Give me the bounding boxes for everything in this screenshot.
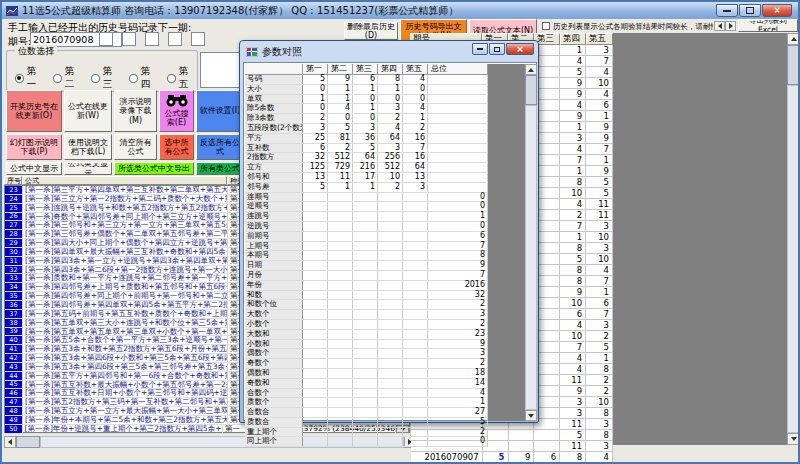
dialog-cell [378, 320, 403, 329]
history-cell: 3 [560, 133, 586, 143]
radio-circle [91, 74, 100, 83]
dialog-total-cell: 3 [428, 310, 488, 319]
hscroll-thumb[interactable] [16, 436, 40, 448]
history-checkbox[interactable] [542, 22, 550, 30]
scroll-right-button[interactable] [725, 21, 736, 31]
history-cell: 8 [560, 452, 586, 462]
action-button-row2-4[interactable]: 选中所有公式 [159, 134, 194, 160]
action-button-label: 开奖历史号在线更新(O) [8, 102, 60, 120]
digit-box-1[interactable] [99, 32, 113, 46]
digit-radio-2[interactable]: 第二 [53, 65, 83, 91]
history-cell: 4 [560, 320, 586, 330]
dialog-cell [378, 202, 403, 211]
dialog-cell [403, 251, 428, 260]
action-button-row1-2[interactable]: 公式在线更新(W) [64, 90, 112, 132]
vscroll-thumb[interactable] [787, 45, 800, 85]
dialog-cell [353, 330, 378, 339]
app-icon [6, 6, 18, 16]
dialog-cell [353, 212, 378, 221]
digit-box-2[interactable] [122, 32, 136, 46]
action-button-row2-1[interactable]: 幻灯图示说明下载(P) [6, 134, 62, 160]
dialog-vscroll-thumb[interactable] [525, 75, 537, 105]
dialog-vscroll-track[interactable] [525, 105, 537, 410]
digit-box-4[interactable] [168, 32, 182, 46]
action-button-row3-4[interactable]: 所有类公式 [196, 162, 244, 175]
formula-sn: 24 [5, 195, 23, 203]
export-excel-button[interactable]: 导出列表到Excel [738, 19, 798, 32]
formula-sn: 46 [5, 389, 23, 397]
history-cell: 10 [586, 78, 613, 88]
header-sn[interactable]: 序号 [4, 176, 22, 185]
history-cell [509, 430, 535, 440]
history-cell: 8 [560, 177, 586, 187]
dialog-minimize-button[interactable] [472, 43, 488, 55]
dialog-cell [378, 330, 403, 339]
dialog-cell: 216 [353, 163, 378, 172]
vscroll-up-button[interactable] [787, 33, 800, 45]
action-button-row2-2[interactable]: 使用说明文档下载(L) [64, 134, 112, 160]
action-button-row3-3[interactable]: 所选类公式中文导出 [114, 162, 194, 175]
close-button[interactable]: × [762, 4, 792, 17]
history-cell: 3 [586, 243, 613, 253]
header-formula[interactable]: 公式 [22, 176, 227, 185]
action-button-row1-3[interactable]: 演示说明录像下载(M) [114, 90, 157, 132]
action-button-label: 使用说明文档下载(L) [66, 138, 110, 156]
radio-circle [53, 74, 62, 83]
dialog-total-cell: 0 [428, 202, 488, 211]
dialog-total-cell [428, 75, 488, 84]
history-header-6[interactable]: 第五 [586, 33, 613, 45]
history-cell: 10 [586, 232, 613, 242]
history-row-current[interactable]: 201607090759684 [411, 452, 613, 463]
scroll-left-button[interactable] [714, 21, 725, 31]
formula-sn: 44 [5, 372, 23, 380]
vscroll-track[interactable] [787, 85, 800, 433]
digit-radio-4[interactable]: 第四 [129, 65, 159, 91]
dialog-vscroll-up-button[interactable] [525, 64, 537, 75]
formula-text: [第一杀]第五3余+第四6段+小数和+第三5余+第五6段+第四平 [23, 354, 228, 362]
dialog-cell [328, 320, 353, 329]
action-button-row1-1[interactable]: 开奖历史号在线更新(O) [6, 90, 62, 132]
history-cell: 7 [560, 155, 586, 165]
minimize-button[interactable] [716, 4, 738, 17]
digit-radio-1[interactable]: 第一 [15, 65, 45, 91]
formula-sn: 26 [5, 213, 23, 221]
dialog-cell [328, 408, 353, 417]
hscroll-left-button[interactable] [4, 436, 16, 448]
history-header-5[interactable]: 第四 [560, 33, 586, 45]
formula-text: [第一杀]质数和+第一平方+连跳号+第二邻号差+第一平方+偶 [23, 274, 228, 282]
digit-box-5[interactable] [191, 32, 205, 46]
delete-last-history-button[interactable]: 删除最后历史(D) [344, 22, 398, 40]
maximize-button[interactable] [739, 4, 761, 17]
dialog-maximize-button[interactable] [489, 43, 505, 55]
dialog-cell [303, 291, 328, 300]
dialog-vscroll-down-button[interactable] [525, 410, 537, 421]
action-button-row1-5[interactable]: 软件设置(I) [196, 90, 244, 132]
digit-radio-3[interactable]: 第三 [91, 65, 121, 91]
action-button-row1-4[interactable]: 公式搜索(E) [159, 90, 194, 132]
formula-text: [第一杀]奇数个+第四邻号差+同上期个+第三立方+逆顺号+ [23, 213, 228, 221]
dialog-cell: 7 [403, 144, 428, 153]
digit-radio-5[interactable]: 第五 [167, 65, 197, 91]
radio-label: 第一 [27, 65, 45, 91]
action-button-row2-3[interactable]: 清空所有公式 [114, 134, 157, 160]
dialog-header-6[interactable]: 总位 [428, 64, 488, 75]
dialog-row: 逆顺号0 [245, 202, 488, 212]
dialog-close-button[interactable]: × [506, 43, 534, 55]
dialog-cell [303, 310, 328, 319]
action-button-row2-5[interactable]: 反选所有公式 [196, 134, 244, 160]
dialog-cell [303, 222, 328, 231]
vscroll-down-button[interactable] [787, 433, 800, 445]
action-button-row3-2[interactable]: 公式英文显示 [64, 162, 112, 175]
digit-box-3[interactable] [145, 32, 159, 46]
dialog-row: 平方2581366416 [245, 134, 488, 144]
dialog-cell: 81 [328, 134, 353, 143]
history-cell: 1 [560, 166, 586, 176]
action-button-row3-1[interactable]: 公式中文显示 [6, 162, 62, 175]
dialog-cell [328, 202, 353, 211]
dialog-cell [378, 232, 403, 241]
history-cell: 1 [560, 122, 586, 132]
title-bar: 11选5公式超级精算师 咨询电话：13907192348(付家辉） QQ：151… [2, 2, 798, 19]
dialog-cell [353, 418, 378, 427]
dialog-row-label: 号码 [245, 75, 303, 84]
dialog-cell: 5 [328, 124, 353, 133]
